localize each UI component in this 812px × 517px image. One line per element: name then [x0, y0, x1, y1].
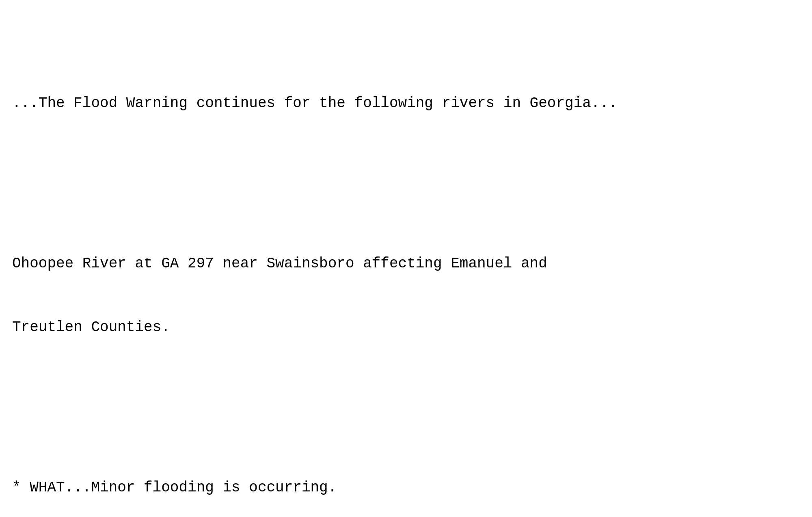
header-line: ...The Flood Warning continues for the f… [12, 50, 800, 156]
location-line2: Treutlen Counties. [12, 317, 800, 338]
flood-warning-content: ...The Flood Warning continues for the f… [12, 8, 800, 517]
header-text: ...The Flood Warning continues for the f… [12, 93, 800, 114]
location-line1: Ohoopee River at GA 297 near Swainsboro … [12, 253, 800, 274]
what-paragraph: * WHAT...Minor flooding is occurring. [12, 435, 800, 517]
location-paragraph: Ohoopee River at GA 297 near Swainsboro … [12, 211, 800, 381]
what-text: * WHAT...Minor flooding is occurring. [12, 477, 800, 498]
